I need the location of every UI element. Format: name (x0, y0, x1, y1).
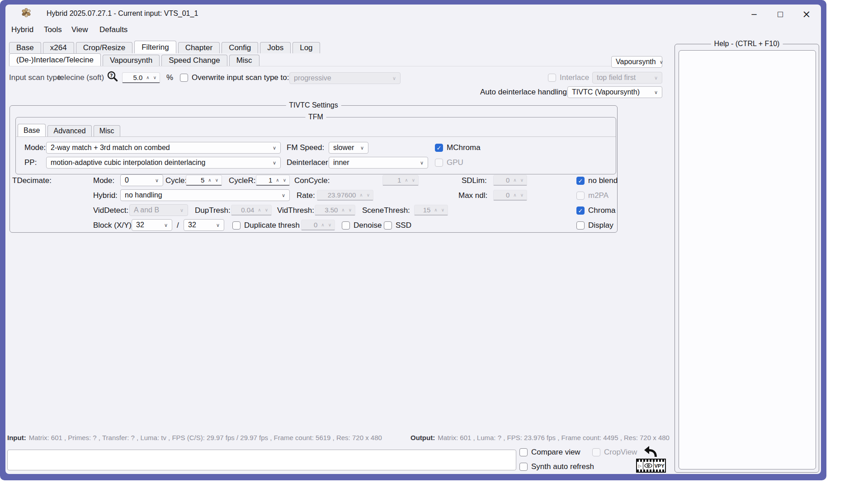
fm-speed-dropdown[interactable]: slower∨ (329, 142, 368, 154)
cycler-spinner[interactable]: 1∧∨ (256, 175, 290, 186)
tfm-tab-advanced[interactable]: Advanced (47, 125, 91, 136)
close-button[interactable]: × (799, 8, 814, 20)
tfm-mode-dropdown[interactable]: 2-way match + 3rd match on combed∨ (46, 142, 281, 154)
menu-defaults[interactable]: Defaults (99, 25, 127, 34)
td-mode-label: Mode: (93, 176, 114, 185)
duplicate-thresh-checkbox[interactable]: ✓ Duplicate thresh (232, 221, 300, 230)
checkbox-label: no blend (588, 176, 618, 185)
deinterlacer-dropdown[interactable]: inner∨ (329, 157, 428, 169)
vidthresh-label: VidThresh: (277, 206, 314, 215)
undo-icon[interactable] (644, 445, 658, 458)
mchroma-checkbox[interactable]: ✓ MChroma (435, 143, 481, 152)
tab-chapter[interactable]: Chapter (178, 42, 220, 53)
message-box[interactable] (7, 450, 516, 470)
checkbox-box[interactable]: ✓ (519, 448, 528, 456)
cycle-label: Cycle: (165, 176, 187, 185)
window-title: Hybrid 2025.07.27.1 - Current input: VTS… (47, 9, 198, 18)
scan-analyse-magnifier-icon[interactable]: ? (107, 70, 118, 82)
tab-config[interactable]: Config (222, 42, 258, 53)
spin-up-icon: ∧ (513, 178, 516, 183)
denoise-checkbox[interactable]: ✓ Denoise (342, 221, 382, 230)
interlace-checkbox: ✓ Interlace (548, 73, 589, 82)
tfm-tab-misc[interactable]: Misc (94, 125, 120, 136)
spin-up-icon[interactable]: ∧ (276, 178, 279, 183)
chevron-down-icon: ∨ (273, 160, 276, 166)
scan-percent-spinner[interactable]: 5.0∧∨ (122, 72, 160, 83)
duptresh-spinner: 0.04∧∨ (231, 205, 272, 216)
synth-auto-refresh-checkbox[interactable]: ✓ Synth auto refresh (519, 462, 594, 471)
menu-view[interactable]: View (71, 25, 88, 34)
tfm-group: TFM Base Advanced Misc Mode: 2-way match… (15, 117, 616, 174)
spin-down-icon: ∨ (520, 193, 524, 197)
maximize-button[interactable]: □ (773, 8, 788, 20)
spin-down-icon: ∨ (441, 208, 444, 212)
checkbox-box[interactable]: ✓ (342, 221, 350, 230)
block-y-dropdown[interactable]: 32∨ (184, 219, 224, 231)
subtab-misc[interactable]: Misc (229, 55, 259, 66)
block-separator: / (177, 221, 179, 230)
deinterlacer-label: Deinterlacer: (287, 158, 330, 167)
compare-view-checkbox[interactable]: ✓ Compare view (519, 448, 580, 457)
menu-hybrid[interactable]: Hybrid (11, 25, 33, 34)
chroma-checkbox[interactable]: ✓ Chroma (576, 206, 615, 215)
filtering-tab-bar: (De-)Interlace/Telecine Vapoursynth Spee… (9, 53, 259, 66)
field-order-dropdown: top field first∨ (592, 72, 662, 84)
subtab-vapoursynth[interactable]: Vapoursynth (103, 55, 160, 66)
checkbox-label: Interlace (560, 73, 589, 82)
td-mode-dropdown[interactable]: 0∨ (120, 174, 163, 186)
vapoursynth-preview-icon[interactable]: ▷ VPY (636, 459, 666, 473)
scenethresh-spinner: 15∧∨ (414, 205, 448, 216)
spin-down-icon[interactable]: ∨ (283, 178, 286, 183)
filmstrip-perforation-bottom (637, 469, 665, 472)
tfm-tab-base[interactable]: Base (18, 124, 46, 136)
checkbox-label: CropView (604, 448, 637, 457)
tab-base[interactable]: Base (9, 42, 41, 53)
spin-down-icon[interactable]: ∨ (215, 178, 218, 183)
subtab-speed-change[interactable]: Speed Change (161, 55, 227, 66)
pp-dropdown[interactable]: motion-adaptive cubic interpolation dein… (46, 157, 281, 169)
checkbox-box[interactable]: ✓ (180, 74, 188, 82)
max-ndl-spinner: 0∧∨ (493, 190, 527, 201)
checkbox-box[interactable]: ✓ (384, 221, 392, 230)
chevron-down-icon: ∨ (654, 75, 658, 81)
tab-log[interactable]: Log (292, 42, 320, 53)
block-x-dropdown[interactable]: 32∨ (132, 219, 172, 231)
output-status-text: Matrix: 601 , Luma: ? , FPS: 23.976 fps … (438, 434, 670, 441)
minimize-button[interactable]: − (746, 8, 762, 20)
input-status-label: Input: (7, 434, 26, 441)
spin-up-icon[interactable]: ∧ (146, 75, 149, 80)
subtab-pane-line (9, 66, 662, 66)
checkbox-box[interactable]: ✓ (576, 177, 585, 185)
spin-up-icon[interactable]: ∧ (208, 178, 211, 183)
checkbox-box[interactable]: ✓ (435, 144, 443, 152)
filter-engine-dropdown[interactable]: Vapoursynth∨ (611, 56, 662, 68)
tab-crop-resize[interactable]: Crop/Resize (76, 42, 133, 53)
chevron-down-icon: ∨ (273, 145, 276, 151)
display-checkbox[interactable]: ✓ Display (576, 221, 613, 230)
chevron-down-icon: ∨ (654, 89, 658, 95)
auto-deinterlace-dropdown[interactable]: TIVTC (Vapoursynth)∨ (567, 86, 662, 98)
chevron-down-icon: ∨ (660, 59, 663, 65)
spin-down-icon[interactable]: ∨ (153, 75, 156, 80)
checkbox-box[interactable]: ✓ (576, 206, 585, 215)
subtab-deinterlace-telecine[interactable]: (De-)Interlace/Telecine (9, 53, 101, 66)
overwrite-scan-type-checkbox[interactable]: ✓ Overwrite input scan type to: (180, 73, 289, 82)
tfm-group-title: TFM (305, 113, 326, 121)
no-blend-checkbox[interactable]: ✓ no blend (576, 176, 618, 185)
tab-filtering[interactable]: Filtering (134, 41, 176, 53)
hybrid-handling-dropdown[interactable]: no handling∨ (120, 189, 290, 201)
hybrid-window: Hybrid 2025.07.27.1 - Current input: VTS… (5, 5, 821, 474)
tab-jobs[interactable]: Jobs (260, 42, 291, 53)
checkbox-box[interactable]: ✓ (232, 221, 241, 230)
checkbox-box[interactable]: ✓ (576, 221, 585, 230)
checkbox-box: ✓ (548, 74, 556, 82)
checkbox-label: SSD (396, 221, 411, 230)
ssd-checkbox[interactable]: ✓ SSD (384, 221, 411, 230)
tab-x264[interactable]: x264 (43, 42, 74, 53)
input-status-text: Matrix: 601 , Primes: ? , Transfer: ? , … (29, 434, 382, 441)
checkbox-box: ✓ (592, 448, 600, 456)
menu-tools[interactable]: Tools (44, 25, 62, 34)
input-scan-type-value: telecine (soft) (58, 73, 104, 82)
cycle-spinner[interactable]: 5∧∨ (186, 175, 222, 186)
checkbox-box[interactable]: ✓ (519, 463, 528, 471)
